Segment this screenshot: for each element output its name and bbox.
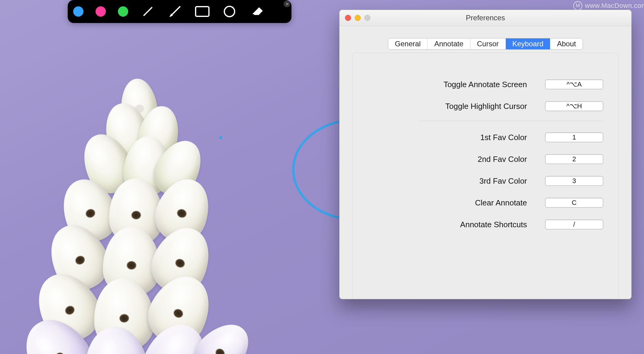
- window-titlebar[interactable]: Preferences: [340, 10, 631, 26]
- line-tool[interactable]: [140, 4, 155, 19]
- tab-annotate[interactable]: Annotate: [428, 38, 470, 49]
- label-shortcuts: Annotate Shortcuts: [460, 220, 527, 229]
- window-minimize-button[interactable]: [355, 15, 361, 21]
- shortcut-clear[interactable]: C: [545, 198, 603, 208]
- window-traffic-lights: [345, 15, 370, 21]
- row-toggle-annotate: Toggle Annotate Screen ^⌥A: [353, 77, 618, 92]
- panel-divider: [419, 121, 603, 121]
- prefs-tabs: General Annotate Cursor Keyboard About: [388, 38, 583, 50]
- tab-keyboard[interactable]: Keyboard: [506, 38, 551, 49]
- window-close-button[interactable]: [345, 15, 351, 21]
- svg-marker-4: [252, 7, 263, 15]
- row-fav3: 3rd Fav Color 3: [353, 174, 618, 188]
- toolbar-close-icon[interactable]: ✕: [284, 1, 290, 7]
- rect-tool[interactable]: [195, 4, 210, 19]
- line-icon: [143, 7, 152, 16]
- annotate-toolbar: ✕: [68, 0, 291, 23]
- shortcut-shortcuts[interactable]: /: [545, 220, 603, 229]
- color-swatch-green[interactable]: [118, 6, 128, 17]
- label-clear: Clear Annotate: [475, 198, 527, 208]
- watermark: M www.MacDown.com: [573, 1, 644, 10]
- arrow-icon: [168, 5, 182, 18]
- arrow-tool[interactable]: [168, 4, 183, 19]
- label-toggle-annotate: Toggle Annotate Screen: [444, 80, 527, 89]
- svg-point-3: [224, 6, 235, 17]
- prefs-panel: Toggle Annotate Screen ^⌥A Toggle Highli…: [352, 53, 619, 299]
- shortcut-fav1[interactable]: 1: [545, 133, 603, 142]
- shortcut-fav3[interactable]: 3: [545, 176, 603, 186]
- tab-general[interactable]: General: [388, 38, 428, 49]
- window-zoom-button[interactable]: [364, 15, 370, 21]
- tab-about[interactable]: About: [550, 38, 583, 49]
- rectangle-icon: [195, 6, 210, 17]
- window-title: Preferences: [340, 14, 631, 22]
- shortcut-fav2[interactable]: 2: [545, 154, 603, 164]
- color-swatch-blue[interactable]: [73, 6, 83, 17]
- circle-icon: [223, 5, 236, 18]
- label-toggle-highlight: Toggle Highlight Cursor: [445, 102, 527, 111]
- eraser-icon: [250, 5, 263, 18]
- row-toggle-highlight: Toggle Highlight Cursor ^⌥H: [353, 99, 618, 113]
- circle-tool[interactable]: [222, 4, 237, 19]
- row-fav1: 1st Fav Color 1: [353, 130, 618, 145]
- label-fav2: 2nd Fav Color: [478, 155, 527, 164]
- wallpaper-flower: [18, 79, 242, 354]
- eraser-tool[interactable]: [249, 4, 264, 19]
- row-fav2: 2nd Fav Color 2: [353, 152, 618, 166]
- watermark-badge-icon: M: [573, 1, 582, 10]
- preferences-window: Preferences General Annotate Cursor Keyb…: [339, 10, 632, 299]
- annotation-dot: [154, 200, 156, 202]
- shortcut-toggle-highlight[interactable]: ^⌥H: [545, 101, 603, 111]
- color-swatch-pink[interactable]: [96, 6, 106, 17]
- shortcut-toggle-annotate[interactable]: ^⌥A: [545, 80, 603, 89]
- row-clear: Clear Annotate C: [353, 195, 618, 210]
- tab-cursor[interactable]: Cursor: [470, 38, 506, 49]
- annotation-dot: [219, 136, 222, 139]
- svg-rect-2: [196, 7, 209, 16]
- row-shortcuts: Annotate Shortcuts /: [353, 217, 618, 232]
- label-fav3: 3rd Fav Color: [480, 176, 527, 186]
- label-fav1: 1st Fav Color: [480, 133, 527, 142]
- watermark-text: www.MacDown.com: [585, 2, 644, 10]
